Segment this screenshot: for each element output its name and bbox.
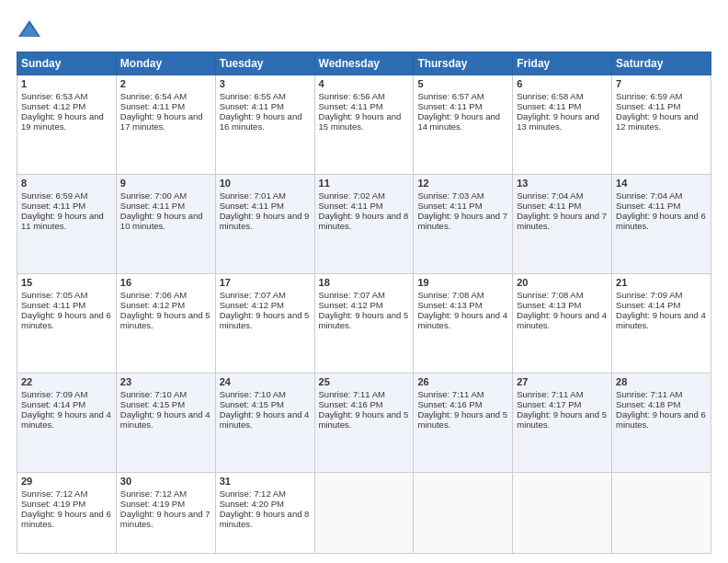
calendar-cell: 29 Sunrise: 7:12 AM Sunset: 4:19 PM Dayl… — [17, 473, 117, 554]
day-number: 24 — [220, 376, 311, 387]
day-header-wednesday: Wednesday — [314, 52, 414, 75]
sunrise-label: Sunrise: 7:11 AM — [616, 389, 682, 399]
sunset-label: Sunset: 4:11 PM — [120, 101, 185, 111]
day-number: 15 — [21, 277, 112, 288]
calendar-cell: 13 Sunrise: 7:04 AM Sunset: 4:11 PM Dayl… — [513, 175, 612, 274]
sunset-label: Sunset: 4:14 PM — [21, 399, 85, 409]
sunrise-label: Sunrise: 6:59 AM — [21, 190, 87, 201]
calendar-cell — [414, 473, 513, 554]
day-number: 2 — [120, 78, 211, 89]
day-number: 27 — [517, 376, 608, 387]
daylight-label: Daylight: 9 hours and 4 minutes. — [220, 409, 310, 430]
day-number: 19 — [417, 277, 508, 288]
sunset-label: Sunset: 4:18 PM — [616, 399, 680, 409]
sunrise-label: Sunrise: 7:12 AM — [120, 488, 187, 499]
sunrise-label: Sunrise: 7:04 AM — [517, 190, 583, 201]
daylight-label: Daylight: 9 hours and 6 minutes. — [21, 509, 111, 529]
calendar-cell: 3 Sunrise: 6:55 AM Sunset: 4:11 PM Dayli… — [215, 75, 314, 175]
calendar-cell: 5 Sunrise: 6:57 AM Sunset: 4:11 PM Dayli… — [414, 75, 513, 175]
daylight-label: Daylight: 9 hours and 5 minutes. — [319, 310, 409, 330]
sunrise-label: Sunrise: 6:57 AM — [417, 91, 483, 101]
day-header-tuesday: Tuesday — [215, 52, 314, 75]
sunset-label: Sunset: 4:16 PM — [417, 399, 482, 409]
calendar-cell: 11 Sunrise: 7:02 AM Sunset: 4:11 PM Dayl… — [314, 175, 414, 274]
sunset-label: Sunset: 4:14 PM — [616, 300, 680, 310]
header — [17, 17, 711, 42]
calendar-cell — [612, 473, 711, 554]
sunset-label: Sunset: 4:12 PM — [21, 101, 85, 111]
day-number: 30 — [120, 476, 211, 487]
daylight-label: Daylight: 9 hours and 14 minutes. — [417, 111, 500, 132]
daylight-label: Daylight: 9 hours and 4 minutes. — [616, 310, 706, 330]
day-number: 26 — [417, 376, 508, 387]
sunrise-label: Sunrise: 7:09 AM — [616, 290, 682, 300]
daylight-label: Daylight: 9 hours and 4 minutes. — [21, 409, 111, 430]
sunset-label: Sunset: 4:13 PM — [417, 300, 482, 310]
sunrise-label: Sunrise: 7:08 AM — [517, 290, 583, 300]
day-number: 7 — [616, 78, 707, 89]
sunrise-label: Sunrise: 7:01 AM — [220, 190, 286, 201]
daylight-label: Daylight: 9 hours and 19 minutes. — [21, 111, 104, 132]
daylight-label: Daylight: 9 hours and 8 minutes. — [220, 509, 310, 529]
day-header-friday: Friday — [513, 52, 612, 75]
sunrise-label: Sunrise: 6:56 AM — [319, 91, 385, 101]
day-number: 31 — [220, 476, 311, 487]
day-number: 10 — [220, 178, 311, 189]
day-number: 16 — [120, 277, 211, 288]
calendar-week-3: 15 Sunrise: 7:05 AM Sunset: 4:11 PM Dayl… — [17, 274, 711, 373]
calendar-cell: 25 Sunrise: 7:11 AM Sunset: 4:16 PM Dayl… — [314, 373, 414, 473]
sunset-label: Sunset: 4:11 PM — [120, 201, 185, 211]
daylight-label: Daylight: 9 hours and 6 minutes. — [616, 409, 706, 430]
daylight-label: Daylight: 9 hours and 7 minutes. — [517, 211, 607, 231]
sunset-label: Sunset: 4:19 PM — [21, 499, 85, 509]
sunset-label: Sunset: 4:11 PM — [417, 201, 482, 211]
calendar-cell: 18 Sunrise: 7:07 AM Sunset: 4:12 PM Dayl… — [314, 274, 414, 373]
calendar-cell — [513, 473, 612, 554]
day-number: 14 — [616, 178, 707, 189]
calendar-cell: 21 Sunrise: 7:09 AM Sunset: 4:14 PM Dayl… — [612, 274, 711, 373]
daylight-label: Daylight: 9 hours and 10 minutes. — [120, 211, 203, 231]
day-number: 5 — [417, 78, 508, 89]
daylight-label: Daylight: 9 hours and 5 minutes. — [517, 409, 607, 430]
daylight-label: Daylight: 9 hours and 4 minutes. — [517, 310, 607, 330]
day-number: 17 — [220, 277, 311, 288]
sunset-label: Sunset: 4:11 PM — [319, 201, 383, 211]
day-number: 11 — [319, 178, 410, 189]
daylight-label: Daylight: 9 hours and 5 minutes. — [120, 310, 210, 330]
day-number: 9 — [120, 178, 211, 189]
sunrise-label: Sunrise: 7:04 AM — [616, 190, 682, 201]
calendar-cell: 12 Sunrise: 7:03 AM Sunset: 4:11 PM Dayl… — [414, 175, 513, 274]
day-number: 22 — [21, 376, 112, 387]
calendar-cell: 28 Sunrise: 7:11 AM Sunset: 4:18 PM Dayl… — [612, 373, 711, 473]
calendar-cell: 8 Sunrise: 6:59 AM Sunset: 4:11 PM Dayli… — [17, 175, 117, 274]
sunrise-label: Sunrise: 6:58 AM — [517, 91, 583, 101]
sunrise-label: Sunrise: 7:10 AM — [220, 389, 286, 399]
sunset-label: Sunset: 4:16 PM — [319, 399, 383, 409]
sunset-label: Sunset: 4:11 PM — [319, 101, 383, 111]
calendar-cell: 26 Sunrise: 7:11 AM Sunset: 4:16 PM Dayl… — [414, 373, 513, 473]
calendar-cell: 15 Sunrise: 7:05 AM Sunset: 4:11 PM Dayl… — [17, 274, 117, 373]
calendar-cell — [314, 473, 414, 554]
day-number: 1 — [21, 78, 112, 89]
sunrise-label: Sunrise: 7:07 AM — [220, 290, 286, 300]
sunrise-label: Sunrise: 7:12 AM — [220, 488, 286, 499]
daylight-label: Daylight: 9 hours and 15 minutes. — [319, 111, 402, 132]
sunrise-label: Sunrise: 7:03 AM — [417, 190, 483, 201]
daylight-label: Daylight: 9 hours and 12 minutes. — [616, 111, 699, 132]
day-number: 4 — [319, 78, 410, 89]
calendar-cell: 31 Sunrise: 7:12 AM Sunset: 4:20 PM Dayl… — [215, 473, 314, 554]
sunset-label: Sunset: 4:11 PM — [220, 101, 284, 111]
sunset-label: Sunset: 4:12 PM — [120, 300, 185, 310]
calendar-cell: 9 Sunrise: 7:00 AM Sunset: 4:11 PM Dayli… — [116, 175, 215, 274]
daylight-label: Daylight: 9 hours and 6 minutes. — [21, 310, 111, 330]
calendar-cell: 22 Sunrise: 7:09 AM Sunset: 4:14 PM Dayl… — [17, 373, 117, 473]
calendar-cell: 30 Sunrise: 7:12 AM Sunset: 4:19 PM Dayl… — [116, 473, 215, 554]
sunrise-label: Sunrise: 7:00 AM — [120, 190, 187, 201]
daylight-label: Daylight: 9 hours and 7 minutes. — [120, 509, 210, 529]
day-number: 18 — [319, 277, 410, 288]
day-number: 25 — [319, 376, 410, 387]
daylight-label: Daylight: 9 hours and 16 minutes. — [220, 111, 302, 132]
sunrise-label: Sunrise: 6:54 AM — [120, 91, 187, 101]
sunset-label: Sunset: 4:11 PM — [616, 101, 680, 111]
sunset-label: Sunset: 4:19 PM — [120, 499, 185, 509]
